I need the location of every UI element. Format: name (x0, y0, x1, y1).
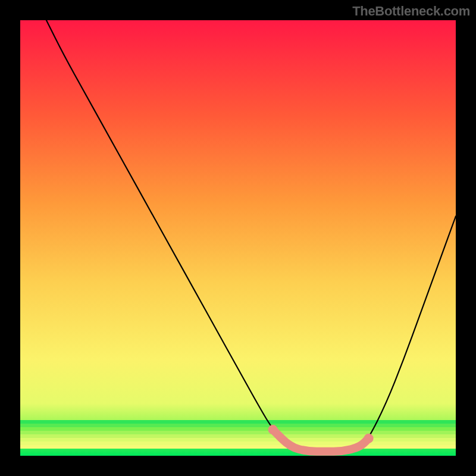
chart-plot-area (20, 20, 456, 456)
optimal-range-highlight (273, 430, 369, 452)
highlight-start-dot (268, 425, 278, 434)
bottleneck-curve (46, 20, 456, 452)
watermark-text: TheBottleneck.com (352, 4, 470, 19)
chart-svg (20, 20, 456, 456)
highlight-end-dot (364, 434, 374, 443)
